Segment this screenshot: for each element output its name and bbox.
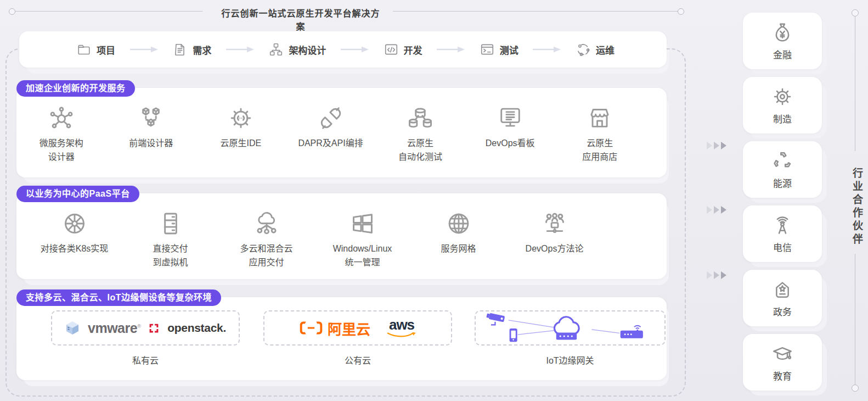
service-item: 云原生IDE <box>196 105 286 151</box>
workflow-step-label: 测试 <box>500 43 518 57</box>
service-item-label-line: DAPR及API编排 <box>298 137 363 151</box>
service-item-label-line: 多云和混合云 <box>240 242 292 256</box>
service-item-label: 前端设计器 <box>129 137 173 151</box>
ops-cycle-icon <box>576 42 590 57</box>
service-item: Windows/Linux统一管理 <box>314 211 410 270</box>
iot-gateway-label: IoT边缘网关 <box>475 353 666 366</box>
service-item: 直接交付到虚拟机 <box>122 211 218 270</box>
service-item-label-line: 前端设计器 <box>129 137 173 151</box>
service-item: 多云和混合云应用交付 <box>218 211 314 270</box>
page-title: 行云创新一站式云原生开发平台解决方案 <box>217 6 384 32</box>
money-bag-icon <box>771 21 793 43</box>
flow-arrow-icon <box>226 46 255 53</box>
service-item: DAPR及API编排 <box>286 105 376 151</box>
industry-card: 制造 <box>743 77 822 133</box>
industry-label: 制造 <box>773 112 792 125</box>
flow-arrow-icon <box>437 46 465 53</box>
section-badge: 支持多云、混合云、IoT边缘侧设备等复杂环境 <box>16 289 221 306</box>
service-item-label: 对接各类K8s实现 <box>41 242 109 256</box>
service-item: 服务网格 <box>410 211 506 256</box>
recycle-icon <box>771 150 793 172</box>
openstack-logo: openstack. <box>167 321 226 335</box>
service-item-label-line: 统一管理 <box>333 256 392 270</box>
service-item: 云原生应用商店 <box>555 105 645 164</box>
service-item-label: 微服务架构设计器 <box>40 137 83 164</box>
workflow-step-3: 架构设计 <box>269 42 326 57</box>
service-item-label-line: DevOps看板 <box>486 137 535 151</box>
industry-label: 政务 <box>773 304 792 318</box>
service-item-label-line: 到虚拟机 <box>153 256 188 270</box>
forward-chevrons-icon <box>707 206 726 214</box>
private-cloud-label: 私有云 <box>51 353 240 366</box>
workflow-step-label: 开发 <box>404 43 422 57</box>
service-item: 微服务架构设计器 <box>16 105 106 164</box>
service-item-label-line: 对接各类K8s实现 <box>41 242 109 256</box>
forward-chevrons-icon <box>707 142 726 149</box>
gear-icon <box>771 86 793 108</box>
service-item-label-line: 云原生IDE <box>221 137 262 151</box>
k8s-wheel-icon <box>62 211 87 236</box>
server-box-icon <box>65 320 80 336</box>
service-item-label-line: 服务网格 <box>441 242 476 256</box>
workflow-steps: 项目需求架构设计开发测试运维 <box>19 31 667 68</box>
service-item-label: DevOps看板 <box>486 137 535 151</box>
aws-logo: aws <box>387 318 416 338</box>
dev-services-items: 微服务架构设计器前端设计器云原生IDEDAPR及API编排云原生自动化测试Dev… <box>16 88 667 177</box>
service-item-label: 云原生IDE <box>221 137 262 151</box>
industry-label: 能源 <box>773 176 792 190</box>
iot-devices-graphic <box>481 312 660 344</box>
workflow-step-6: 运维 <box>576 42 615 57</box>
service-item-label: DevOps方法论 <box>526 242 584 256</box>
code-window-icon <box>384 42 398 57</box>
service-item-label: 直接交付到虚拟机 <box>153 242 188 270</box>
service-item-label: 多云和混合云应用交付 <box>240 242 292 270</box>
sitemap-icon <box>269 42 283 57</box>
section-dev-services: 加速企业创新的开发服务 微服务架构设计器前端设计器云原生IDEDAPR及API编… <box>16 88 667 177</box>
rail-bottom-circle <box>852 385 859 392</box>
education-icon <box>771 343 793 365</box>
service-item-label: 云原生应用商店 <box>582 137 617 164</box>
service-item-label-line: 云原生 <box>398 137 442 151</box>
service-item-label-line: 设计器 <box>40 151 83 164</box>
service-item: DevOps看板 <box>465 105 555 151</box>
service-item-label-line: 微服务架构 <box>40 137 83 151</box>
industry-card: 政务 <box>743 270 822 326</box>
alibaba-cloud-logo: 阿里云 <box>299 318 370 338</box>
workflow-step-label: 需求 <box>193 43 211 57</box>
section-badge: 以业务为中心的PaaS平台 <box>16 186 139 202</box>
public-cloud-box: 阿里云 aws <box>263 310 452 346</box>
server-icon <box>158 211 183 236</box>
forward-chevrons-icon <box>707 271 726 279</box>
workflow-step-label: 运维 <box>596 43 615 57</box>
service-item-label: Windows/Linux统一管理 <box>333 242 392 270</box>
workflow-step-4: 开发 <box>384 42 422 57</box>
document-icon <box>173 42 187 57</box>
terminal-icon <box>480 42 494 57</box>
solution-diagram: 行云创新一站式云原生开发平台解决方案 项目需求架构设计开发测试运维 加速企业创新… <box>0 0 868 401</box>
globe-icon <box>446 211 471 236</box>
service-item-label: 服务网格 <box>441 242 476 256</box>
service-item-label: DAPR及API编排 <box>298 137 363 151</box>
windows-icon <box>350 211 375 236</box>
service-item: 前端设计器 <box>106 105 196 151</box>
title-line-left <box>15 11 202 12</box>
service-item: 云原生自动化测试 <box>375 105 465 164</box>
kanban-monitor-icon <box>498 105 523 131</box>
section-paas-platform: 以业务为中心的PaaS平台 对接各类K8s实现直接交付到虚拟机多云和混合云应用交… <box>16 193 667 279</box>
section-badge: 加速企业创新的开发服务 <box>16 80 135 97</box>
private-cloud-box: vmware® openstack. <box>51 310 240 346</box>
flow-arrow-icon <box>341 46 369 53</box>
openstack-mark-icon <box>148 322 160 334</box>
paas-platform-items: 对接各类K8s实现直接交付到虚拟机多云和混合云应用交付Windows/Linux… <box>16 193 667 279</box>
workflow-step-2: 需求 <box>173 42 211 57</box>
alibaba-brackets-icon <box>299 320 323 336</box>
workflow-bar: 项目需求架构设计开发测试运维 <box>19 31 667 68</box>
service-item-label-line: 云原生 <box>582 137 617 151</box>
service-item: DevOps方法论 <box>506 211 602 256</box>
industry-card: 能源 <box>743 141 822 198</box>
service-item-label-line: 直接交付 <box>153 242 188 256</box>
title-line-right-circle <box>678 8 684 15</box>
public-cloud-label: 公有云 <box>263 353 452 366</box>
service-item-label-line: 应用商店 <box>582 151 617 164</box>
industry-card: 金融 <box>743 13 822 69</box>
